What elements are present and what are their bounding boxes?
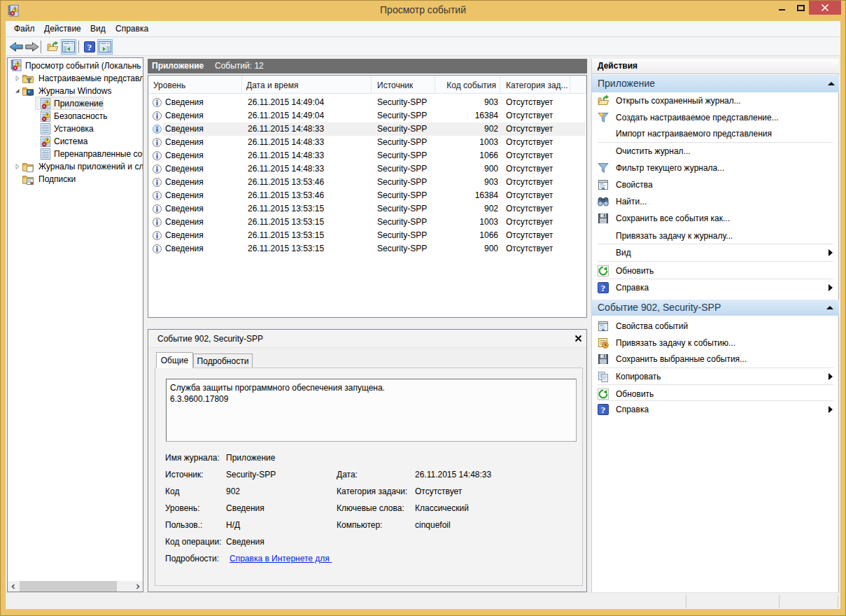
svg-text:?: ? bbox=[601, 405, 606, 415]
svg-text:?: ? bbox=[87, 42, 92, 52]
svg-text:?: ? bbox=[601, 283, 606, 293]
